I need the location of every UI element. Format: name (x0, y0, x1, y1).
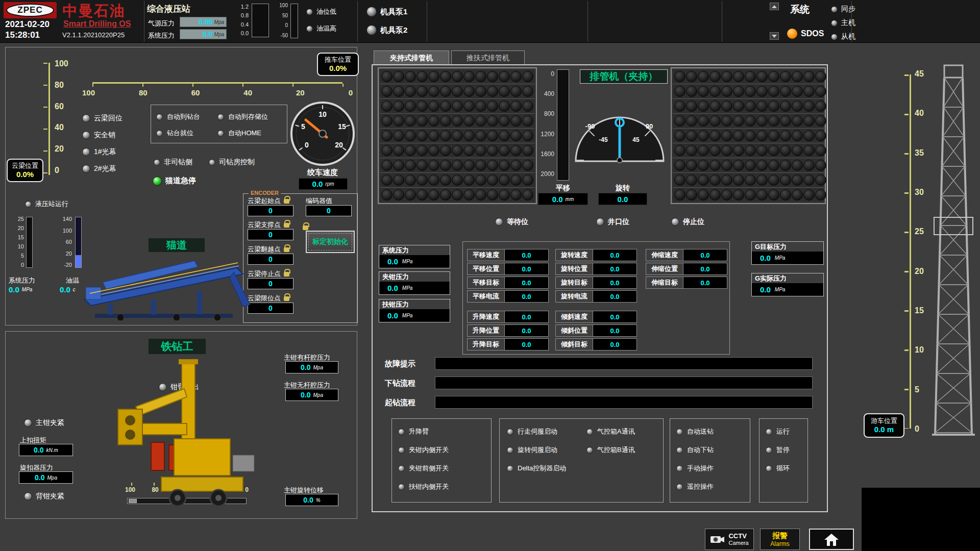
master-radio[interactable] (831, 20, 838, 27)
tab-clamp-pipe-handler[interactable]: 夹持式排管机 (374, 51, 449, 65)
scale-tick: 100 (55, 59, 68, 68)
manual-mode-option[interactable]: 手动操作 (676, 464, 714, 473)
auto-home-radio[interactable] (217, 130, 224, 137)
wait-position-label: 等待位 (507, 217, 528, 227)
pipe-slot (440, 174, 451, 186)
pipe-slot (709, 86, 721, 97)
pipe-slot (522, 101, 533, 112)
pause-option[interactable]: 暂停 (766, 445, 790, 455)
beam-stop-point-value: 0 (268, 280, 273, 288)
wait-position-option[interactable]: 等待位 (495, 217, 528, 227)
auto-home-label: 自动HOME (228, 129, 261, 138)
remote-mode-radio[interactable] (676, 484, 683, 490)
alarms-button[interactable]: 报警 Alarms (760, 529, 800, 550)
airbox-a-comm-indicator: 气控箱A通讯 (586, 427, 635, 436)
pipe-slot (745, 71, 756, 82)
pipe-slot (499, 160, 510, 171)
slave-radio[interactable] (831, 34, 838, 40)
scale-tick: 20 (915, 267, 924, 276)
cctv-button[interactable]: CCTV Camera (705, 529, 754, 550)
pause-radio[interactable] (766, 447, 772, 454)
auto-trip-in-radio[interactable] (676, 447, 683, 454)
pipe-slot (381, 71, 393, 82)
encoder-value-number: 0 (327, 207, 331, 215)
pipe-slot (803, 86, 815, 97)
winch-speed-unit: rpm (325, 181, 334, 187)
air-pressure-unit: Mpa (214, 19, 224, 25)
cycle-radio[interactable] (766, 465, 772, 472)
run-radio[interactable] (766, 429, 772, 435)
pipe-slot (393, 160, 404, 171)
auto-home-button[interactable]: 自动HOME (217, 129, 261, 138)
pipe-slot (475, 115, 486, 127)
calibrate-init-button[interactable]: 标定初始化 (306, 231, 355, 253)
auto-trip-in-option[interactable]: 自动下钻 (676, 445, 714, 455)
light-curtain2-label: 2#光幕 (94, 164, 116, 173)
auto-feed-radio[interactable] (676, 429, 683, 435)
pipe-rack-row (380, 173, 535, 188)
floor-in-place-button[interactable]: 钻台就位 (156, 129, 193, 138)
auto-feed-option[interactable]: 自动送钻 (676, 427, 714, 436)
scroll-up-button[interactable] (770, 3, 779, 10)
scale-tick: 40 (243, 88, 252, 97)
run-option[interactable]: 运行 (766, 427, 790, 436)
pipe-slot (428, 174, 439, 186)
wait-position-radio[interactable] (495, 218, 503, 226)
stop-position-radio[interactable] (671, 218, 679, 226)
pipe-slot (733, 160, 744, 171)
pipe-slot (686, 101, 697, 112)
pipe-slot (522, 115, 533, 127)
pipe-slot (510, 130, 522, 141)
lock-icon (284, 247, 289, 252)
light-curtain1-label: 1#光幕 (94, 147, 116, 157)
driller-cabin-radio[interactable] (209, 159, 215, 166)
sync-radio[interactable] (831, 6, 838, 13)
scroll-down-button[interactable] (770, 32, 779, 40)
home-button[interactable] (809, 529, 854, 550)
beam-support-point-row: 云梁支撑点 (248, 220, 289, 230)
manual-mode-radio[interactable] (676, 465, 683, 472)
pipe-slot (393, 86, 404, 97)
pipe-slot (475, 130, 486, 141)
pipe-slot (416, 115, 428, 127)
light-curtain1-lamp (82, 148, 90, 156)
beam-stop-point-input[interactable]: 0 (248, 278, 293, 289)
pipe-slot (428, 115, 439, 127)
pipe-slot (381, 101, 393, 112)
stop-position-option[interactable]: 停止位 (671, 217, 704, 227)
pipe-slot (440, 160, 451, 171)
driller-cabin-option[interactable]: 司钻房控制 (209, 158, 255, 167)
beam-start-point-input[interactable]: 0 (248, 205, 293, 216)
pipe-handler-title: 排管机（夹持） (580, 69, 668, 84)
beam-support-point-input[interactable]: 0 (248, 229, 293, 240)
pipe-slot (475, 160, 486, 171)
pipe-slot (452, 160, 463, 171)
cycle-option[interactable]: 循环 (766, 464, 790, 473)
scale-tick: 80 (55, 81, 64, 90)
scale-tick: 0 (285, 22, 288, 28)
wellhead-position-radio[interactable] (596, 218, 604, 226)
auto-to-floor-radio[interactable] (156, 114, 163, 120)
pipe-slot (428, 145, 439, 156)
rotation-gauge-pos45: 45 (632, 136, 640, 143)
metric-row: 平移目标0.0 (467, 277, 549, 289)
pipe-slot (792, 130, 803, 141)
metric-row: 平移位置0.0 (467, 263, 549, 275)
auto-to-floor-button[interactable]: 自动到钻台 (156, 112, 200, 121)
tab-push-pipe-handler[interactable]: 推扶式排管机 (451, 51, 525, 65)
metric-row: 升降位置0.0 (467, 324, 549, 337)
auto-to-storage-radio[interactable] (217, 114, 224, 120)
pipe-rack-row (380, 99, 535, 114)
off-driller-side-radio[interactable] (154, 159, 160, 166)
handler-vscale-bar (557, 69, 569, 181)
pipe-rack-row (380, 84, 535, 99)
off-driller-side-option[interactable]: 非司钻侧 (154, 158, 192, 167)
pipe-slot (463, 174, 475, 186)
tool-pump1-lamp (366, 7, 377, 17)
beam-limit-point-input[interactable]: 0 (248, 303, 293, 314)
floor-in-place-radio[interactable] (156, 130, 163, 137)
remote-mode-option[interactable]: 遥控操作 (676, 482, 714, 491)
beam-flip-point-input[interactable]: 0 (248, 254, 293, 265)
wellhead-position-option[interactable]: 井口位 (596, 217, 629, 227)
auto-to-storage-button[interactable]: 自动到存储位 (217, 112, 268, 121)
